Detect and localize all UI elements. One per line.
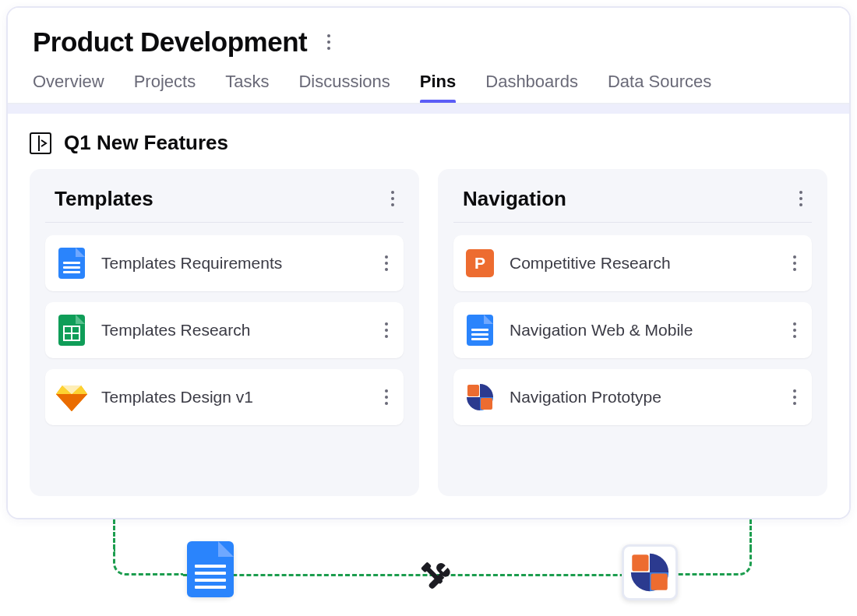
- subheader-bar: [8, 104, 849, 114]
- card-navigation-web-mobile[interactable]: Navigation Web & Mobile: [453, 302, 812, 358]
- google-sheets-icon: [56, 315, 87, 346]
- card-label: Navigation Web & Mobile: [510, 321, 774, 340]
- app-window: Product Development Overview Projects Ta…: [6, 6, 851, 519]
- card-more-icon[interactable]: [788, 251, 801, 276]
- column-header: Navigation: [453, 183, 812, 223]
- connector-curve: [674, 549, 752, 576]
- card-more-icon[interactable]: [788, 318, 801, 343]
- connector-line: [749, 519, 752, 549]
- card-templates-requirements[interactable]: Templates Requirements: [45, 235, 404, 291]
- column-more-icon[interactable]: [386, 186, 399, 211]
- page-more-icon[interactable]: [323, 30, 335, 55]
- connector-curve: [113, 549, 183, 576]
- svg-rect-30: [467, 385, 479, 396]
- svg-rect-34: [632, 554, 648, 571]
- card-more-icon[interactable]: [380, 251, 393, 276]
- collapse-icon[interactable]: [30, 132, 51, 154]
- title-row: Product Development: [33, 26, 824, 58]
- integration-diagram: [8, 526, 849, 611]
- page-title: Product Development: [33, 26, 307, 58]
- google-doc-icon: [187, 541, 234, 597]
- prototype-icon: [622, 544, 678, 600]
- tab-pins[interactable]: Pins: [420, 72, 456, 103]
- card-label: Templates Design v1: [101, 388, 366, 407]
- column-more-icon[interactable]: [795, 186, 807, 211]
- tab-tasks[interactable]: Tasks: [225, 72, 269, 103]
- card-more-icon[interactable]: [380, 318, 393, 343]
- sketch-icon: [56, 382, 87, 413]
- tab-discussions[interactable]: Discussions: [298, 72, 390, 103]
- svg-marker-13: [72, 394, 87, 411]
- card-more-icon[interactable]: [788, 385, 801, 410]
- card-templates-research[interactable]: Templates Research: [45, 302, 404, 358]
- column-title: Navigation: [463, 187, 566, 211]
- svg-rect-31: [481, 398, 492, 410]
- column-navigation: Navigation P Competitive Research Naviga…: [438, 169, 827, 496]
- card-label: Navigation Prototype: [510, 388, 774, 407]
- tab-dashboards[interactable]: Dashboards: [485, 72, 578, 103]
- section-header: Q1 New Features: [30, 131, 827, 155]
- tabs: Overview Projects Tasks Discussions Pins…: [33, 72, 824, 103]
- svg-marker-12: [56, 394, 72, 411]
- column-header: Templates: [45, 183, 404, 223]
- card-templates-design[interactable]: Templates Design v1: [45, 369, 404, 425]
- powerpoint-icon: P: [464, 248, 496, 279]
- google-doc-icon: [56, 248, 87, 279]
- column-title: Templates: [55, 187, 153, 211]
- svg-rect-35: [651, 573, 667, 590]
- card-label: Templates Research: [101, 321, 366, 340]
- header: Product Development Overview Projects Ta…: [8, 8, 849, 103]
- card-navigation-prototype[interactable]: Navigation Prototype: [453, 369, 812, 425]
- column-templates: Templates Templates Requirements Templat…: [30, 169, 419, 496]
- card-label: Competitive Research: [510, 254, 774, 273]
- section: Q1 New Features Templates Templates Requ…: [8, 114, 849, 518]
- section-title: Q1 New Features: [64, 131, 228, 155]
- google-doc-icon: [464, 315, 496, 346]
- card-label: Templates Requirements: [101, 254, 366, 273]
- connector-line: [113, 519, 115, 549]
- card-more-icon[interactable]: [380, 385, 393, 410]
- tab-overview[interactable]: Overview: [33, 72, 104, 103]
- tools-icon: [417, 557, 454, 597]
- prototype-icon: [464, 382, 496, 413]
- tab-data-sources[interactable]: Data Sources: [608, 72, 711, 103]
- card-competitive-research[interactable]: P Competitive Research: [453, 235, 812, 291]
- tab-projects[interactable]: Projects: [134, 72, 196, 103]
- columns: Templates Templates Requirements Templat…: [30, 169, 827, 496]
